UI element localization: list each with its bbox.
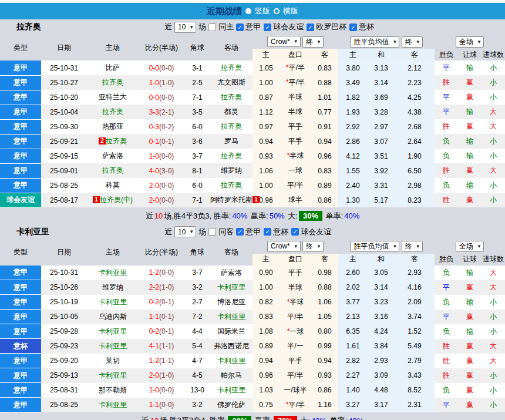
home-team-name[interactable]: 亚特兰大: [99, 93, 127, 101]
odds-company-select[interactable]: Crow*▼: [267, 241, 301, 252]
match-type: 意甲: [0, 90, 41, 105]
scope-select[interactable]: 全场▼: [456, 241, 484, 252]
away-team-name[interactable]: 都灵: [224, 107, 238, 116]
home-team-name[interactable]: 卡利亚里: [99, 327, 127, 335]
wdl-time-select[interactable]: 终▼: [402, 241, 423, 252]
home-team-name[interactable]: 比萨: [106, 63, 120, 72]
recent-count-select[interactable]: 10▼: [174, 226, 196, 237]
away-team-name[interactable]: 卡利亚里: [217, 357, 245, 365]
home-team-name[interactable]: 拉齐奥(中): [100, 196, 133, 204]
away-team-name[interactable]: 罗马: [224, 137, 238, 145]
league-checkbox-label[interactable]: 意甲: [245, 22, 261, 32]
league-checkbox-label[interactable]: 球会友谊: [273, 22, 304, 32]
fulltime-score: 4-0: [149, 167, 159, 175]
summary-segment: 30%: [299, 211, 322, 221]
odds-time-select[interactable]: 终▼: [302, 36, 324, 48]
league-checkbox[interactable]: ✓: [264, 228, 271, 236]
home-team-name[interactable]: 拉齐奥: [102, 78, 123, 86]
recent-count-select[interactable]: 10▼: [174, 22, 196, 33]
win-odds: 1.55: [338, 163, 368, 178]
home-team-name[interactable]: 莱切: [106, 357, 120, 365]
scope-select[interactable]: 全场▼: [456, 36, 484, 48]
away-team-name[interactable]: 弗洛西诺尼: [214, 342, 249, 350]
league-checkbox-label[interactable]: 意甲: [245, 227, 261, 237]
league-checkbox[interactable]: ✓: [349, 23, 357, 31]
home-team-name[interactable]: 拉齐奥: [106, 137, 127, 145]
league-checkbox[interactable]: ✓: [236, 228, 244, 236]
summary-segment: 40%: [344, 211, 359, 220]
lose-odds: 1.90: [395, 149, 435, 163]
home-team-name[interactable]: 卡利亚里: [99, 371, 127, 379]
away-team-name[interactable]: 卡利亚里: [217, 283, 245, 291]
away-team-name[interactable]: 尤文图斯: [217, 78, 245, 86]
home-odds: 0.87: [253, 90, 280, 105]
league-checkbox-label[interactable]: 欧罗巴杯: [316, 22, 346, 32]
vertical-radio[interactable]: [245, 8, 251, 14]
away-team-name[interactable]: 萨索洛: [221, 268, 242, 277]
wdl-average-select[interactable]: 胜平负均值▼: [350, 36, 399, 48]
same-away-label[interactable]: 同客: [218, 227, 234, 237]
away-team-name[interactable]: 维罗纳: [221, 166, 242, 174]
home-team-name[interactable]: 维罗纳: [102, 283, 123, 291]
corner-score: 8-1: [184, 163, 210, 178]
league-checkbox[interactable]: ✓: [307, 23, 314, 31]
horizontal-radio-label[interactable]: 横版: [283, 6, 298, 16]
win-odds: 2.02: [338, 280, 368, 295]
home-team-name[interactable]: 卡利亚里: [99, 268, 127, 277]
home-team-name[interactable]: 那不勒斯: [99, 386, 127, 394]
result-wdl: 负: [435, 383, 458, 398]
away-team-name[interactable]: 拉齐奥: [221, 181, 242, 189]
away-team-name[interactable]: 国际米兰: [217, 327, 245, 335]
home-team-name[interactable]: 拉齐奥: [102, 166, 123, 174]
corner-score: 6-0: [184, 119, 210, 134]
col-away: 客场: [210, 35, 253, 61]
fulltime-score: 2-0: [149, 182, 159, 190]
league-checkbox-label[interactable]: 球会友谊: [301, 227, 331, 237]
match-date: 25-10-26: [41, 280, 87, 295]
league-checkbox[interactable]: ✓: [291, 228, 299, 236]
match-date: 25-10-04: [41, 105, 87, 119]
away-team-name[interactable]: 卡利亚里: [217, 386, 245, 394]
away-team-name[interactable]: 阿特罗米托斯: [210, 196, 253, 204]
away-team-name[interactable]: 博洛尼亚: [217, 298, 245, 306]
away-team-name[interactable]: 佛罗伦萨: [217, 401, 245, 409]
sub-handicap: 盘口: [280, 49, 311, 61]
away-team-name[interactable]: 拉齐奥: [221, 122, 242, 130]
away-team-name[interactable]: 拉齐奥: [221, 63, 242, 72]
away-team-name[interactable]: 卡利亚里: [217, 313, 245, 321]
home-team-name[interactable]: 萨索洛: [102, 152, 123, 160]
draw-odds: 3.14: [368, 280, 395, 295]
home-team-name[interactable]: 热那亚: [102, 122, 123, 130]
table-row: 球会友谊25-08-171拉齐奥(中)2-0(0-0)7-1阿特罗米托斯10.9…: [0, 193, 505, 207]
halftime-score: (0-0): [159, 268, 174, 277]
wdl-average-select[interactable]: 胜平负均值▼: [350, 241, 399, 252]
home-team-name[interactable]: 乌迪内斯: [99, 313, 127, 321]
league-checkbox[interactable]: ✓: [264, 23, 271, 31]
same-away-checkbox[interactable]: [208, 228, 216, 236]
wdl-time-select[interactable]: 终▼: [402, 36, 423, 48]
home-odds: 1.05: [253, 61, 280, 75]
horizontal-radio[interactable]: [274, 8, 280, 14]
result-handicap: 输: [458, 149, 482, 163]
odds-time-select[interactable]: 终▼: [302, 241, 324, 252]
home-team-name[interactable]: 科莫: [106, 181, 120, 189]
away-team-name[interactable]: 拉齐奥: [221, 93, 242, 101]
vertical-radio-label[interactable]: 竖版: [255, 6, 270, 16]
home-team-name[interactable]: 卡利亚里: [99, 298, 127, 306]
away-team-name[interactable]: 帕尔马: [221, 371, 242, 379]
league-checkbox-label[interactable]: 意杯: [273, 227, 288, 237]
league-checkbox[interactable]: ✓: [236, 23, 244, 31]
home-team-name[interactable]: 卡利亚里: [99, 401, 127, 409]
odds-company-select[interactable]: Crow*▼: [267, 36, 301, 47]
same-home-label[interactable]: 同主: [218, 22, 234, 32]
home-team-name[interactable]: 拉齐奥: [102, 107, 123, 116]
home-team-name[interactable]: 卡利亚里: [99, 342, 127, 350]
away-team: 阿特罗米托斯1: [210, 193, 253, 207]
team-name: 卡利亚里: [16, 227, 164, 237]
draw-odds: 2.97: [368, 119, 395, 134]
away-team-name[interactable]: 拉齐奥: [221, 152, 242, 160]
same-home-checkbox[interactable]: [208, 23, 216, 31]
home-odds: 0.90: [253, 266, 280, 280]
league-checkbox-label[interactable]: 意杯: [359, 22, 374, 32]
rank-badge: 1: [253, 196, 260, 203]
